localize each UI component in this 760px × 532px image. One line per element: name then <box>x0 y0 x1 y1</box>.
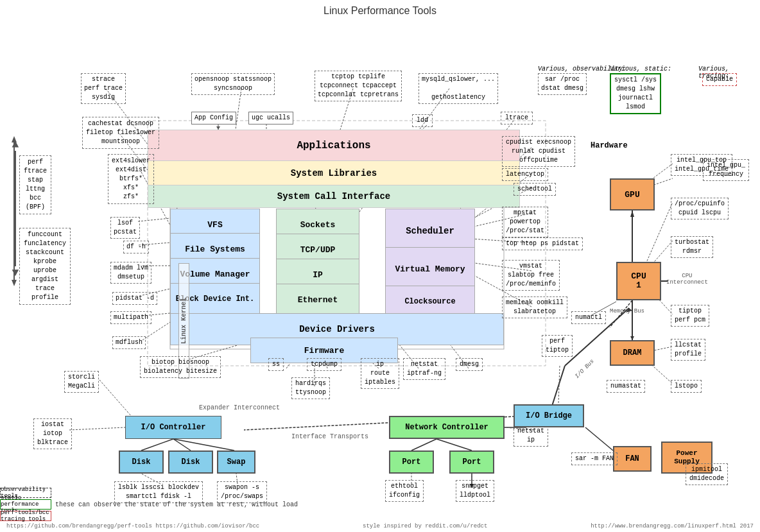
svg-line-62 <box>558 366 560 404</box>
svg-line-51 <box>411 439 436 450</box>
turbostat-box: turbostat rdmsr <box>671 236 713 258</box>
proc-cpuinfo-box: /proc/cpuinfo cpuid lscpu <box>671 198 729 219</box>
lsof-box: lsof pcstat <box>110 217 140 239</box>
svg-line-48 <box>141 439 173 450</box>
schedtool-box: schedtool <box>514 183 556 196</box>
various-static-label: Various, static: <box>610 65 671 73</box>
footer-links-text: https://github.com/brendangregg/perf-too… <box>6 523 259 529</box>
cachestat-box: cachestat dcsnoop filetop fileslower mou… <box>82 117 159 149</box>
ethernet-block: Ethernet <box>276 284 359 316</box>
cpu-interconnect-label: CPU Interconnect <box>666 273 708 286</box>
mysqld-box: mysqld_qslower, ... gethostlatency <box>419 73 498 104</box>
ethtool-box: ethtool ifconfig <box>385 480 424 502</box>
ext4slower-box: ext4slower ext4dist btrfs* xfs* zfs* <box>108 154 154 204</box>
biotop-box: biotop biosnoop biolatency bitesize <box>140 356 221 378</box>
llcstat-box: llcstat profile <box>671 339 705 361</box>
latencytop-box: latencytop <box>502 168 548 181</box>
svg-line-14 <box>138 218 170 221</box>
svg-line-52 <box>436 439 472 450</box>
mpstat-box: mpstat powertop /proc/stat <box>502 207 548 237</box>
interface-transports-label: Interface Transports <box>291 433 368 440</box>
disk2-block: Disk <box>168 450 213 474</box>
iostat-box: iostat iotop blktrace <box>33 418 72 449</box>
system-call-block: System Call Interface <box>148 185 520 208</box>
io-bridge-block: I/O Bridge <box>514 404 584 427</box>
tiptop-box: tiptop perf pcm <box>671 305 709 327</box>
ss-box: ss <box>268 358 284 371</box>
expander-interconnect-label: Expander Interconnect <box>199 404 280 411</box>
footer-links: https://github.com/brendangregg/perf-too… <box>6 523 259 529</box>
gpu-block: GPU <box>610 178 655 210</box>
sar-fan-box: sar -m FAN <box>571 452 618 465</box>
io-bus-label: I/O Bus <box>574 358 596 380</box>
app-config-box: App Config <box>191 112 236 124</box>
storcli-box: storcli MegaCli <box>64 371 99 393</box>
io-controller-block: I/O Controller <box>125 416 221 439</box>
network-controller-block: Network Controller <box>389 416 505 439</box>
page-title: Linux Performance Tools <box>0 0 760 19</box>
dram-block: DRAM <box>610 340 655 366</box>
disk1-block: Disk <box>119 450 164 474</box>
legend: observability tools static performance t… <box>0 488 298 521</box>
ip-route-box: ip route iptables <box>361 358 399 389</box>
svg-marker-4 <box>12 280 17 286</box>
hardware-label: Hardware <box>591 141 628 150</box>
ipmitool-box: ipmitool dmidecode <box>686 463 728 485</box>
hardirqs-box: hardirqs ttysnoop <box>291 377 330 399</box>
tcpdump-box: tcpdump <box>307 358 341 371</box>
cpu-block: CPU 1 <box>616 262 661 300</box>
perf-left-box: perf ftrace stap lttng bcc (BPF) <box>19 155 51 214</box>
footer-style: style inspired by reddit.com/u/redct <box>363 523 487 529</box>
vmstat-box: vmstat slabtop free /proc/meminfo <box>502 260 560 291</box>
port2-block: Port <box>449 450 494 474</box>
svg-line-49 <box>173 439 191 450</box>
perf-tiptop-box: perf tiptop <box>542 335 573 357</box>
numactl-box: numactl <box>571 311 606 324</box>
ltrace-box: ltrace <box>501 112 533 124</box>
svg-line-64 <box>69 427 125 430</box>
svg-line-73 <box>585 427 613 450</box>
funccount-box: funccount funclatency stackcount kprobe … <box>19 228 71 305</box>
pidstat-box: pidstat -d <box>112 292 157 305</box>
mdadm-box: mdadm lvm dmsetup <box>110 262 151 284</box>
ldd-box: ldd <box>412 114 433 127</box>
applications-block: Applications <box>148 130 520 162</box>
system-libraries-block: System Libraries <box>148 160 520 186</box>
memory-bus-label: Memory Bus <box>610 308 644 314</box>
tcptop-box: tcptop tcplife tcpconnect tcpaccept tcpc… <box>315 71 402 101</box>
top-htop-box: top htop ps pidstat <box>502 237 583 250</box>
port1-block: Port <box>389 450 434 474</box>
netstat-box: netstat iptraf-ng <box>403 358 445 380</box>
svg-marker-38 <box>630 210 634 217</box>
legend-tracing-box: perf-tools/bcc tracing tools <box>0 511 51 521</box>
legend-static-desc: these can observe the state of the syste… <box>55 501 298 508</box>
footer-website: http://www.brendangregg.com/linuxperf.ht… <box>591 523 754 529</box>
svg-line-19 <box>142 322 170 340</box>
numastat-box: numastat <box>607 380 645 393</box>
legend-static-box: static performance tools <box>0 499 51 510</box>
ugc-box: ugc ucalls <box>248 112 293 124</box>
swap-block: Swap <box>217 450 255 474</box>
cpudist-box: cpudist execsnoop runlat cpudist offcput… <box>502 136 575 167</box>
sar-box: sar /proc dstat dmesg <box>538 73 587 95</box>
snmpget-box: snmpget lldptool <box>456 480 494 502</box>
strace-box: strace perf trace sysdig <box>81 73 126 104</box>
opensnoop-box: opensnoop statssnoop syncsnooop <box>191 73 275 95</box>
mdflush-box: mdflush <box>112 336 146 349</box>
lstopo-box: lstopo <box>671 380 702 393</box>
footer: https://github.com/brendangregg/perf-too… <box>0 523 760 529</box>
fan-block: FAN <box>613 446 652 472</box>
multipath-box: multipath <box>110 311 151 324</box>
memleak-box: memleak oomkill slabratetop <box>502 296 567 318</box>
capable-box: capable <box>702 73 737 86</box>
dmesg-net-box: dmesg <box>456 358 483 371</box>
intel-gpu-freq-box: intel_gpu_ frequency <box>703 159 749 181</box>
df-box: df -h <box>123 241 149 253</box>
svg-line-50 <box>173 439 234 450</box>
sysctl-box: sysctl /sys dmesg lshw journactl lsmod <box>610 73 661 114</box>
